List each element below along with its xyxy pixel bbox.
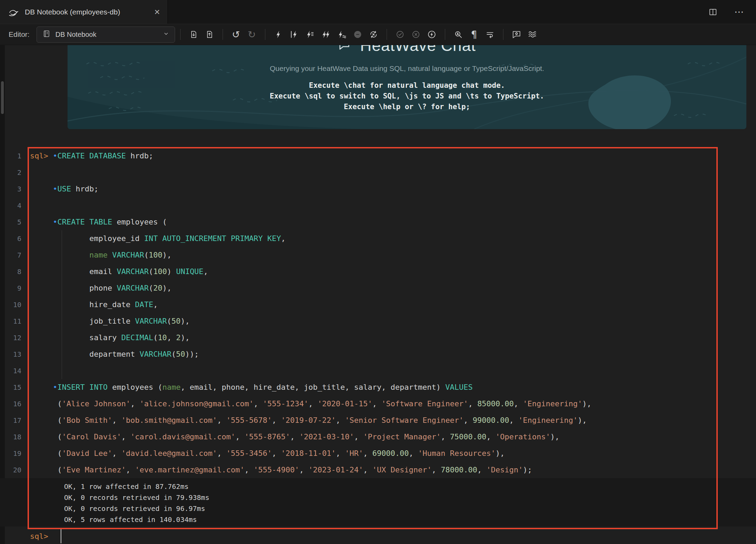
toolbar-separator	[387, 29, 387, 40]
code-line[interactable]: 20 ('Eve Martinez', 'eve.martinez@gmail.…	[0, 462, 756, 478]
line-number: 4	[5, 197, 21, 214]
text-cursor	[61, 529, 61, 543]
execute-with-output-icon[interactable]	[302, 27, 318, 42]
result-output: OK, 1 row affected in 87.762msOK, 0 reco…	[0, 478, 756, 526]
code-line[interactable]: 3 •USE hrdb;	[0, 181, 756, 197]
tab-db-notebook[interactable]: DB Notebook (employees-db) ×	[0, 0, 168, 24]
code-line[interactable]: 15 •INSERT INTO employees (name, email, …	[0, 379, 756, 396]
more-actions-icon[interactable]: ⋯	[731, 4, 747, 20]
code-line[interactable]: 17 ('Bob Smith', 'bob.smith@gmail.com', …	[0, 412, 756, 429]
undo-icon[interactable]: ↺	[228, 27, 244, 42]
banner-instructions: Execute \chat for natural language chat …	[68, 80, 746, 112]
commit-icon[interactable]	[392, 27, 408, 42]
line-number: 6	[5, 230, 21, 247]
code-line[interactable]: 16 ('Alice Johnson', 'alice.johnson@gmai…	[0, 396, 756, 412]
editor-content: HeatWave Chat Querying your HeatWave Dat…	[0, 45, 756, 544]
mysql-dolphin-icon	[8, 6, 19, 18]
toolbar-separator	[265, 29, 265, 40]
code-line[interactable]: 8 email VARCHAR(100) UNIQUE,	[0, 263, 756, 280]
auto-commit-icon[interactable]	[424, 27, 440, 42]
execute-on-heatwave-icon[interactable]	[318, 27, 334, 42]
banner-title: HeatWave Chat	[360, 45, 476, 55]
chat-options-icon[interactable]	[509, 27, 524, 42]
sql-prompt: sql>	[30, 532, 48, 541]
execute-explain-icon[interactable]	[334, 27, 350, 42]
tab-bar: DB Notebook (employees-db) × ⋯	[0, 0, 756, 24]
save-notebook-icon[interactable]	[186, 27, 202, 42]
line-number: 3	[5, 181, 21, 197]
line-number: 8	[5, 263, 21, 280]
editor-selector-value: DB Notebook	[55, 31, 158, 39]
line-number: 14	[5, 363, 21, 379]
heatwave-profile-icon[interactable]	[524, 27, 540, 42]
code-line[interactable]: 13 department VARCHAR(50));	[0, 346, 756, 363]
execute-at-caret-icon[interactable]	[286, 27, 302, 42]
scrollbar-thumb[interactable]	[1, 81, 4, 114]
line-number: 15	[5, 379, 21, 396]
tab-title: DB Notebook (employees-db)	[25, 8, 120, 16]
line-number: 11	[5, 313, 21, 329]
code-line[interactable]: 6 employee_id INT AUTO_INCREMENT PRIMARY…	[0, 230, 756, 247]
rollback-on-error-icon[interactable]	[366, 27, 381, 42]
code-line[interactable]: 7 name VARCHAR(100),	[0, 247, 756, 263]
editor-selector-dropdown[interactable]: DB Notebook	[37, 27, 175, 43]
code-line[interactable]: 11 job_title VARCHAR(50),	[0, 313, 756, 329]
show-hidden-characters-icon[interactable]: ¶	[466, 27, 482, 42]
heatwave-chat-banner: HeatWave Chat Querying your HeatWave Dat…	[68, 45, 746, 129]
result-line: OK, 1 row affected in 87.762ms	[64, 481, 756, 492]
line-number: 18	[5, 429, 21, 445]
rollback-icon[interactable]	[408, 27, 424, 42]
editor-toolbar: Editor: DB Notebook ↺ ↻	[0, 24, 756, 45]
line-number: 12	[5, 329, 21, 346]
code-line[interactable]: 4	[0, 197, 756, 214]
word-wrap-icon[interactable]	[482, 27, 498, 42]
result-line: OK, 5 rows affected in 140.034ms	[64, 514, 756, 525]
editor-label: Editor:	[9, 30, 30, 39]
banner-instruction-line: Execute \help or \? for help;	[68, 102, 746, 112]
db-notebook-window: DB Notebook (employees-db) × ⋯ Editor: D…	[0, 0, 756, 544]
stop-execution-icon[interactable]	[350, 27, 366, 42]
code-line[interactable]: 10 hire_date DATE,	[0, 296, 756, 313]
redo-icon[interactable]: ↻	[244, 27, 260, 42]
indent-guide	[62, 230, 62, 379]
line-number: 16	[5, 396, 21, 412]
line-number: 13	[5, 346, 21, 363]
code-line[interactable]: 14	[0, 363, 756, 379]
code-line[interactable]: 5 •CREATE TABLE employees (	[0, 214, 756, 230]
bottom-prompt-row[interactable]: sql>	[0, 529, 756, 544]
chevron-down-icon	[163, 31, 169, 38]
notebook-icon	[42, 30, 51, 39]
code-line[interactable]: 9 phone VARCHAR(20),	[0, 280, 756, 296]
code-line[interactable]: 1sql> •CREATE DATABASE hrdb;	[0, 148, 756, 164]
code-line[interactable]: 2	[0, 164, 756, 181]
code-line[interactable]: 12 salary DECIMAL(10, 2),	[0, 329, 756, 346]
code-lines[interactable]: 1sql> •CREATE DATABASE hrdb;23 •USE hrdb…	[0, 148, 756, 478]
line-number: 19	[5, 445, 21, 462]
code-line[interactable]: 19 ('David Lee', 'david.lee@gmail.com', …	[0, 445, 756, 462]
split-editor-icon[interactable]	[705, 4, 721, 20]
toolbar-separator	[445, 29, 445, 40]
banner-instruction-line: Execute \chat for natural language chat …	[68, 80, 746, 91]
line-number: 17	[5, 412, 21, 429]
execute-all-icon[interactable]	[270, 27, 286, 42]
line-number: 5	[5, 214, 21, 230]
line-number: 10	[5, 296, 21, 313]
load-notebook-icon[interactable]	[202, 27, 217, 42]
tab-close-icon[interactable]: ×	[154, 7, 160, 17]
line-number: 20	[5, 462, 21, 478]
result-line: OK, 0 records retrieved in 79.938ms	[64, 492, 756, 503]
line-number: 9	[5, 280, 21, 296]
banner-subtitle: Querying your HeatWave Data using SQL, n…	[68, 64, 746, 73]
code-line[interactable]: 18 ('Carol Davis', 'carol.davis@gmail.co…	[0, 429, 756, 445]
toolbar-separator	[223, 29, 223, 40]
toolbar-separator	[503, 29, 503, 40]
result-line: OK, 0 records retrieved in 96.97ms	[64, 503, 756, 514]
find-icon[interactable]	[450, 27, 466, 42]
line-number: 2	[5, 164, 21, 181]
line-number: 7	[5, 247, 21, 263]
line-number: 1	[5, 148, 21, 164]
banner-instruction-line: Execute \sql to switch to SQL, \js to JS…	[68, 91, 746, 102]
toolbar-separator	[180, 29, 181, 40]
chat-bubble-icon	[338, 45, 353, 54]
